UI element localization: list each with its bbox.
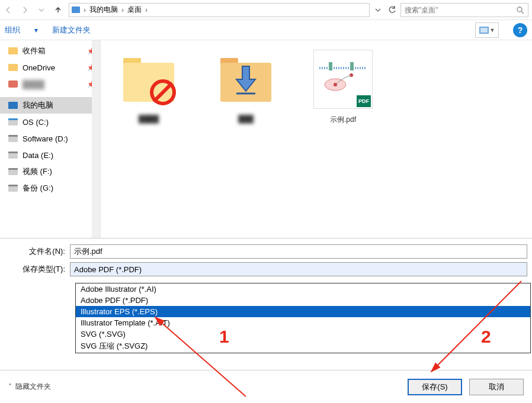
organize-menu[interactable]: 组织 bbox=[5, 25, 20, 36]
filename-label: 文件名(N): bbox=[5, 246, 70, 257]
sidebar-item-drive[interactable]: OS (C:) bbox=[0, 114, 100, 130]
chevron-up-icon[interactable]: ˄ bbox=[8, 383, 12, 391]
breadcrumb-sep-icon: › bbox=[84, 6, 86, 14]
sidebar-item-drive[interactable]: 备份 (G:) bbox=[0, 180, 100, 196]
sidebar-scrollbar[interactable] bbox=[92, 40, 100, 238]
sidebar-item-drive[interactable]: 视频 (F:) bbox=[0, 163, 100, 180]
up-button[interactable] bbox=[50, 1, 66, 20]
nav-bar: › 我的电脑 › 桌面 › bbox=[0, 0, 532, 20]
file-pane[interactable]: ████ ███ bbox=[101, 40, 532, 238]
folder-icon bbox=[8, 47, 18, 54]
sidebar-item-blurred[interactable]: ████ 📌 bbox=[0, 76, 100, 92]
sidebar-label: Data (E:) bbox=[23, 151, 53, 160]
hide-folders-link[interactable]: 隐藏文件夹 bbox=[15, 382, 51, 392]
svg-line-1 bbox=[521, 11, 524, 14]
view-mode-button[interactable]: ▼ bbox=[475, 22, 499, 38]
forward-button[interactable] bbox=[17, 1, 33, 20]
sidebar-item-pc[interactable]: 我的电脑 bbox=[0, 97, 100, 114]
bottom-bar: ˄ 隐藏文件夹 保存(S) 取消 bbox=[0, 370, 532, 403]
save-button[interactable]: 保存(S) bbox=[408, 379, 462, 395]
dropdown-option[interactable]: Adobe PDF (*.PDF) bbox=[76, 295, 530, 306]
dropdown-option[interactable]: SVG 压缩 (*.SVGZ) bbox=[76, 340, 530, 353]
filetype-select[interactable]: Adobe PDF (*.PDF) bbox=[70, 262, 527, 276]
file-name: ███ bbox=[207, 115, 284, 123]
pc-icon bbox=[72, 7, 80, 13]
toolbar: 组织 ▾ 新建文件夹 ▼ ? bbox=[0, 20, 532, 40]
picture-icon bbox=[479, 27, 489, 34]
file-name: 示例.pdf bbox=[305, 115, 382, 125]
sidebar-item-drive[interactable]: Software (D:) bbox=[0, 130, 100, 147]
help-button[interactable]: ? bbox=[513, 23, 527, 37]
file-item-folder-download[interactable]: ███ bbox=[207, 50, 284, 228]
svg-point-0 bbox=[517, 7, 522, 12]
breadcrumb-sep-icon: › bbox=[145, 6, 148, 14]
breadcrumb-sep-icon: › bbox=[121, 6, 124, 14]
file-name: ████ bbox=[110, 115, 187, 123]
sidebar-label: 收件箱 bbox=[23, 46, 46, 56]
file-item-pdf[interactable]: PDF 示例.pdf bbox=[305, 50, 382, 228]
svg-rect-10 bbox=[350, 62, 354, 70]
sidebar-label: 视频 (F:) bbox=[23, 166, 52, 177]
drive-icon bbox=[8, 118, 18, 125]
drive-icon bbox=[8, 135, 18, 142]
drive-icon bbox=[8, 185, 18, 192]
sidebar-item-onedrive[interactable]: OneDrive 📌 bbox=[0, 59, 100, 76]
folder-icon bbox=[8, 64, 18, 71]
drive-icon bbox=[8, 168, 18, 175]
fields-area: 文件名(N): 示例.pdf 保存类型(T): Adobe PDF (*.PDF… bbox=[0, 238, 532, 283]
breadcrumb-item[interactable]: 我的电脑 bbox=[89, 5, 118, 15]
filetype-label: 保存类型(T): bbox=[5, 264, 70, 275]
dropdown-option[interactable]: Adobe Illustrator (*.AI) bbox=[76, 283, 530, 295]
cancel-button[interactable]: 取消 bbox=[469, 379, 524, 395]
dropdown-option[interactable]: Illustrator Template (*.AIT) bbox=[76, 317, 530, 328]
svg-rect-3 bbox=[480, 28, 488, 33]
sidebar-item-inbox[interactable]: 收件箱 📌 bbox=[0, 43, 100, 59]
refresh-button[interactable] bbox=[384, 6, 400, 14]
svg-rect-9 bbox=[329, 62, 332, 70]
address-dropdown[interactable] bbox=[372, 7, 384, 13]
sidebar-label: OS (C:) bbox=[23, 118, 49, 127]
pc-icon bbox=[8, 102, 18, 109]
main-area: 收件箱 📌 OneDrive 📌 ████ 📌 我的电脑 OS (C:) Sof… bbox=[0, 40, 532, 238]
sidebar-label: OneDrive bbox=[23, 63, 55, 72]
breadcrumb-item[interactable]: 桌面 bbox=[127, 5, 142, 15]
file-item-folder-blocked[interactable]: ████ bbox=[110, 50, 187, 228]
sidebar-item-drive[interactable]: Data (E:) bbox=[0, 147, 100, 163]
dropdown-option[interactable]: SVG (*.SVG) bbox=[76, 328, 530, 340]
download-icon bbox=[234, 65, 258, 95]
filename-input[interactable]: 示例.pdf bbox=[70, 244, 527, 259]
sidebar-label: Software (D:) bbox=[23, 134, 68, 143]
sidebar-label: 我的电脑 bbox=[23, 100, 53, 111]
search-input[interactable] bbox=[405, 6, 514, 14]
sidebar: 收件箱 📌 OneDrive 📌 ████ 📌 我的电脑 OS (C:) Sof… bbox=[0, 40, 101, 238]
filetype-dropdown[interactable]: Adobe Illustrator (*.AI) Adobe PDF (*.PD… bbox=[75, 283, 531, 353]
sidebar-label: ████ bbox=[23, 80, 44, 89]
search-icon bbox=[516, 6, 524, 14]
new-folder-button[interactable]: 新建文件夹 bbox=[52, 25, 91, 36]
address-bar[interactable]: › 我的电脑 › 桌面 › bbox=[69, 3, 370, 17]
sidebar-label: 备份 (G:) bbox=[23, 183, 53, 194]
back-button[interactable] bbox=[0, 1, 17, 20]
recent-dropdown[interactable] bbox=[33, 1, 50, 20]
folder-icon bbox=[8, 80, 18, 88]
search-box[interactable] bbox=[400, 3, 528, 17]
pdf-badge-icon: PDF bbox=[357, 95, 371, 107]
blocked-icon bbox=[150, 79, 176, 105]
drive-icon bbox=[8, 151, 18, 159]
dropdown-option-selected[interactable]: Illustrator EPS (*.EPS) bbox=[76, 306, 530, 317]
